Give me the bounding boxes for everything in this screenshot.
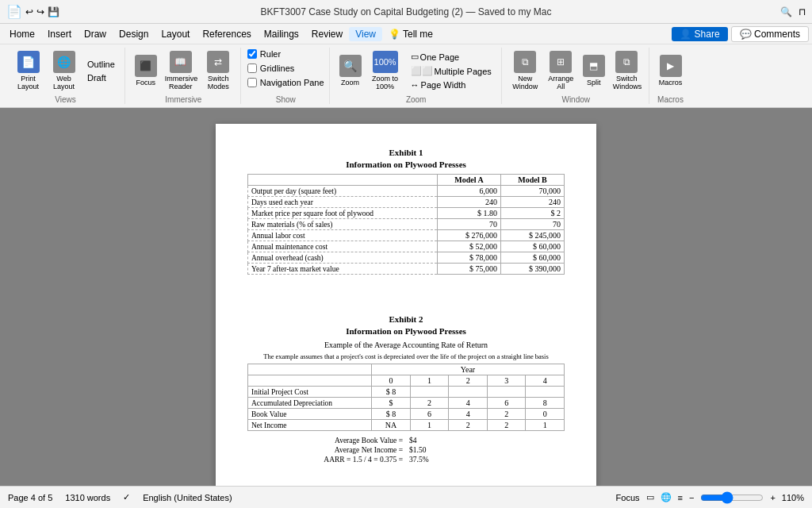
- menu-view[interactable]: View: [349, 27, 382, 41]
- focus-btn[interactable]: Focus: [616, 493, 640, 502]
- year-2-header: 2: [449, 375, 488, 387]
- zoom-icon: 🔍: [339, 55, 362, 77]
- ruler-checkbox-label[interactable]: Ruler: [247, 48, 281, 60]
- menu-home[interactable]: Home: [3, 27, 41, 41]
- ribbon-toggle-icon[interactable]: ⊓: [799, 6, 806, 17]
- comments-button[interactable]: 💬 Comments: [731, 26, 809, 42]
- menu-references[interactable]: References: [196, 27, 257, 41]
- menu-layout[interactable]: Layout: [155, 27, 196, 41]
- web-layout-icon: 🌐: [53, 51, 75, 73]
- menu-review[interactable]: Review: [305, 27, 349, 41]
- summary-row: Average Book Value =$4: [247, 436, 565, 445]
- ribbon-macros-group: ▶ Macros Macros: [651, 48, 691, 104]
- nav-pane-checkbox-label[interactable]: Navigation Pane: [247, 76, 324, 89]
- menu-bar: Home Insert Draw Design Layout Reference…: [0, 24, 812, 44]
- status-bar: Page 4 of 5 1310 words ✓ English (United…: [0, 486, 812, 508]
- zoom-out-icon[interactable]: −: [689, 493, 694, 502]
- switch-modes-btn[interactable]: ⇄ Switch Modes: [201, 49, 236, 92]
- exhibit1-table: Model A Model B Output per day (square f…: [247, 174, 565, 275]
- menu-tellme[interactable]: 💡Tell me: [382, 27, 439, 41]
- exhibit1-title: Exhibit 1: [247, 148, 565, 157]
- title-bar: 📄 ↩ ↪ 💾 BKFT3007 Case Study on Capital B…: [0, 0, 812, 24]
- split-btn[interactable]: ⬒ Split: [580, 53, 608, 88]
- zoom-in-icon[interactable]: +: [770, 493, 775, 502]
- immersive-reader-btn[interactable]: 📖 Immersive Reader: [162, 49, 200, 92]
- menu-mailings[interactable]: Mailings: [258, 27, 305, 41]
- word-icon: 📄: [6, 4, 22, 19]
- zoom-buttons: 🔍 Zoom 100% Zoom to 100% ▭One Page ⬜⬜Mul…: [336, 48, 496, 94]
- year-4-header: 4: [526, 375, 565, 387]
- window-group-label: Window: [561, 94, 590, 104]
- proofing-icon[interactable]: ✓: [123, 492, 130, 502]
- web-layout-btn[interactable]: 🌐 Web Layout: [47, 49, 81, 92]
- macros-btn[interactable]: ▶ Macros: [656, 53, 686, 88]
- zoom-group-label: Zoom: [406, 94, 427, 104]
- multiple-pages-icon: ⬜⬜: [411, 66, 433, 76]
- web-layout-status-icon[interactable]: 🌐: [661, 492, 672, 502]
- zoom-view-options: ▭One Page ⬜⬜Multiple Pages ↔Page Width: [406, 50, 496, 91]
- document-page: Exhibit 1 Information on Plywood Presses…: [216, 124, 596, 486]
- title-bar-left: 📄 ↩ ↪ 💾: [6, 4, 59, 19]
- zoom100-btn[interactable]: 100% Zoom to 100%: [366, 49, 404, 92]
- ribbon-show-group: Ruler Gridlines Navigation Pane Show: [243, 48, 330, 104]
- undo-icon[interactable]: ↩: [25, 6, 33, 17]
- immersive-group-label: Immersive: [165, 94, 201, 104]
- show-checkboxes: Ruler Gridlines Navigation Pane: [247, 48, 324, 94]
- nav-pane-checkbox[interactable]: [247, 78, 257, 87]
- exhibit2-summary-table: Average Book Value =$4Average Net Income…: [247, 436, 565, 464]
- outline-status-icon[interactable]: ≡: [678, 493, 683, 502]
- title-right-icons: 🔍 ⊓: [780, 6, 806, 17]
- gridlines-checkbox[interactable]: [247, 64, 257, 73]
- menu-draw[interactable]: Draw: [78, 27, 113, 41]
- ribbon-views-group: 📄 Print Layout 🌐 Web Layout Outline Draf…: [6, 48, 125, 104]
- language: English (United States): [143, 493, 232, 502]
- arrange-all-btn[interactable]: ⊞ Arrange All: [544, 49, 578, 92]
- page-width-btn[interactable]: ↔Page Width: [406, 79, 496, 91]
- table-row: Net IncomeNA1221: [248, 420, 565, 431]
- year-3-header: 3: [487, 375, 526, 387]
- summary-row: Average Net Income =$1.50: [247, 445, 565, 455]
- ruler-checkbox[interactable]: [247, 49, 257, 59]
- multiple-pages-btn[interactable]: ⬜⬜Multiple Pages: [406, 64, 496, 78]
- share-icon: 👤: [680, 29, 691, 40]
- gridlines-checkbox-label[interactable]: Gridlines: [247, 62, 294, 75]
- draft-btn[interactable]: Draft: [82, 71, 120, 84]
- redo-icon[interactable]: ↪: [36, 6, 44, 17]
- page-width-icon: ↔: [411, 80, 419, 90]
- share-button[interactable]: 👤 Share: [672, 27, 728, 41]
- table-row: Book Value$ 86420: [248, 409, 565, 420]
- table-row: Raw materials (% of sales)7070: [248, 219, 565, 230]
- lightbulb-icon: 💡: [389, 29, 400, 40]
- table-row: Output per day (square feet)6,00070,000: [248, 186, 565, 197]
- macros-icon: ▶: [660, 55, 682, 77]
- print-layout-btn[interactable]: 📄 Print Layout: [11, 49, 45, 92]
- one-page-btn[interactable]: ▭One Page: [406, 50, 496, 64]
- views-group-label: Views: [55, 94, 76, 104]
- focus-btn[interactable]: ⬛ Focus: [132, 53, 160, 88]
- summary-row: AARR = 1.5 / 4 = 0.375 =37.5%: [247, 455, 565, 464]
- zoom-slider[interactable]: [700, 491, 764, 504]
- zoom-btn[interactable]: 🔍 Zoom: [336, 53, 365, 88]
- outline-btn[interactable]: Outline: [82, 58, 120, 71]
- new-window-btn[interactable]: ⧉ New Window: [508, 49, 542, 92]
- table-row: Annual labor cost$ 276,000$ 245,000: [248, 230, 565, 241]
- word-count: 1310 words: [65, 493, 110, 502]
- menu-insert[interactable]: Insert: [41, 27, 78, 41]
- year-0-header: 0: [371, 375, 410, 387]
- menu-design[interactable]: Design: [113, 27, 155, 41]
- print-layout-status-icon[interactable]: ▭: [646, 492, 654, 502]
- save-icon[interactable]: 💾: [48, 6, 59, 17]
- switch-windows-btn[interactable]: ⧉ Switch Windows: [610, 49, 644, 92]
- exhibit1-subtitle: Information on Plywood Presses: [247, 160, 565, 169]
- exhibit1-model-b-header: Model B: [501, 175, 565, 186]
- table-row: Accumulated Depreciation$2468: [248, 398, 565, 409]
- exhibit1-model-a-header: Model A: [438, 175, 501, 186]
- one-page-icon: ▭: [411, 52, 419, 62]
- search-title-icon[interactable]: 🔍: [780, 6, 792, 17]
- exhibit2-table: Year 0 1 2 3 4 Initial Project Cost$ 8Ac…: [247, 364, 565, 431]
- window-buttons: ⧉ New Window ⊞ Arrange All ⬒ Split ⧉ Swi…: [508, 48, 644, 94]
- switch-windows-icon: ⧉: [615, 51, 638, 73]
- ribbon-immersive-group: ⬛ Focus 📖 Immersive Reader ⇄ Switch Mode…: [127, 48, 241, 104]
- ribbon: 📄 Print Layout 🌐 Web Layout Outline Draf…: [0, 44, 812, 108]
- exhibit2-container: Exhibit 2 Information on Plywood Presses…: [247, 314, 565, 464]
